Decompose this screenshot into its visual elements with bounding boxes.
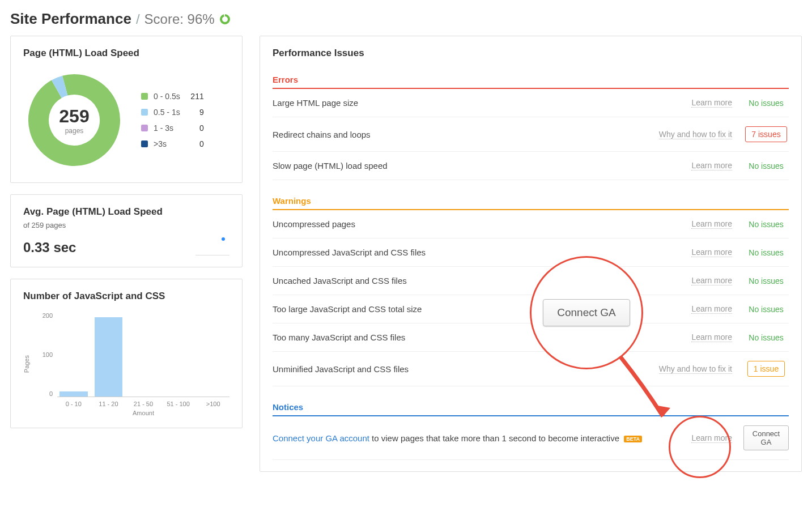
issue-row: Uncached JavaScript and CSS files Learn … (273, 267, 789, 295)
notices-heading: Notices (273, 402, 789, 416)
score-ring-icon (219, 14, 231, 25)
bar (95, 317, 123, 397)
issue-status: No issues (743, 99, 789, 108)
issues-card: Performance Issues Errors Large HTML pag… (260, 36, 802, 472)
issue-status: No issues (743, 161, 789, 171)
donut-chart: 259 pages (23, 69, 125, 171)
legend-swatch (141, 93, 148, 100)
legend-label: 0 - 0.5s (154, 92, 180, 101)
avg-subtitle: of 259 pages (23, 221, 229, 229)
page-header: Site Performance / Score: 96% (10, 10, 802, 28)
donut-total-label: pages (65, 127, 84, 135)
legend-label: 0.5 - 1s (154, 108, 180, 117)
issue-hint-link[interactable]: Why and how to fix it (659, 130, 732, 139)
issue-name: Unminified JavaScript and CSS files (273, 364, 648, 374)
issue-status[interactable]: 7 issues (743, 126, 789, 142)
issue-name: Large HTML page size (273, 98, 680, 108)
beta-badge: BETA (624, 436, 642, 442)
svg-point-0 (221, 15, 229, 23)
issue-status[interactable]: 1 issue (743, 361, 789, 377)
legend-row: 0 - 0.5s211 (141, 92, 204, 101)
issue-name: Uncached JavaScript and CSS files (273, 276, 680, 286)
warnings-heading: Warnings (273, 196, 789, 210)
notice-hint[interactable]: Learn more (691, 433, 732, 443)
avg-title: Avg. Page (HTML) Load Speed (23, 206, 229, 218)
legend-value: 211 (186, 92, 204, 101)
donut-legend: 0 - 0.5s2110.5 - 1s91 - 3s0>3s0 (141, 92, 204, 148)
issue-status: No issues (743, 248, 789, 257)
legend-label: >3s (154, 139, 180, 148)
page-title: Site Performance (10, 10, 131, 28)
issue-hint-link[interactable]: Learn more (691, 248, 732, 257)
errors-heading: Errors (273, 75, 789, 89)
issue-hint-link[interactable]: Why and how to fix it (659, 364, 732, 374)
legend-swatch (141, 125, 148, 131)
legend-row: >3s0 (141, 139, 204, 148)
issue-hint-link[interactable]: Learn more (691, 98, 732, 108)
bar-x-title: Amount (57, 410, 229, 416)
issue-name: Too many JavaScript and CSS files (273, 333, 680, 342)
issue-row: Uncompressed pages Learn more No issues (273, 210, 789, 238)
issue-status: No issues (743, 333, 789, 342)
issue-name: Slow page (HTML) load speed (273, 161, 680, 171)
issue-hint-link[interactable]: Learn more (691, 161, 732, 171)
issue-hint-link[interactable]: Learn more (691, 276, 732, 286)
bar (59, 391, 88, 397)
issue-hint-link[interactable]: Learn more (691, 304, 732, 314)
donut-card: Page (HTML) Load Speed 259 pages 0 - 0.5… (10, 36, 243, 183)
notice-row: Connect your GA account to view pages th… (273, 416, 789, 460)
issue-status: No issues (743, 276, 789, 286)
avg-card: Avg. Page (HTML) Load Speed of 259 pages… (10, 194, 243, 267)
issue-hint-link[interactable]: Learn more (691, 333, 732, 342)
issue-hint-link[interactable]: Learn more (691, 219, 732, 229)
issue-row: Slow page (HTML) load speed Learn more N… (273, 152, 789, 180)
issue-row: Too large JavaScript and CSS total size … (273, 295, 789, 323)
legend-value: 0 (186, 139, 204, 148)
issue-status: No issues (743, 305, 789, 314)
title-divider: / (136, 11, 140, 27)
legend-swatch (141, 109, 148, 116)
legend-value: 0 (186, 123, 204, 133)
donut-title: Page (HTML) Load Speed (23, 48, 229, 59)
issue-row: Uncompressed JavaScript and CSS files Le… (273, 238, 789, 267)
issue-name: Redirect chains and loops (273, 130, 648, 139)
issue-name: Uncompressed JavaScript and CSS files (273, 248, 680, 257)
connect-ga-button[interactable]: Connect GA (743, 425, 789, 450)
legend-swatch (141, 140, 148, 147)
avg-value: 0.33 sec (23, 240, 76, 255)
legend-value: 9 (186, 108, 204, 117)
bar-y-axis: 2001000 (37, 312, 53, 397)
bar-x-labels: 0 - 1011 - 2021 - 5051 - 100>100 (57, 397, 229, 407)
issues-title: Performance Issues (273, 48, 789, 59)
notice-text: Connect your GA account to view pages th… (273, 433, 680, 443)
issue-row: Large HTML page size Learn more No issue… (273, 89, 789, 117)
bar-chart (57, 312, 229, 397)
legend-label: 1 - 3s (154, 123, 180, 133)
issue-row: Unminified JavaScript and CSS files Why … (273, 352, 789, 386)
bar-card: Number of JavaScript and CSS Pages 20010… (10, 279, 243, 428)
score-label: Score: 96% (144, 11, 215, 27)
issue-row: Redirect chains and loops Why and how to… (273, 117, 789, 152)
issue-name: Uncompressed pages (273, 219, 680, 229)
bar-title: Number of JavaScript and CSS (23, 291, 229, 302)
legend-row: 1 - 3s0 (141, 123, 204, 133)
bar-y-label: Pages (23, 355, 30, 373)
legend-row: 0.5 - 1s9 (141, 108, 204, 117)
issue-row: Too many JavaScript and CSS files Learn … (273, 323, 789, 352)
issue-status: No issues (743, 220, 789, 229)
donut-total: 259 (59, 106, 89, 127)
avg-sparkline (195, 233, 229, 255)
callout-connect-ga-button[interactable]: Connect GA (543, 299, 630, 326)
connect-ga-link[interactable]: Connect your GA account (273, 433, 369, 443)
